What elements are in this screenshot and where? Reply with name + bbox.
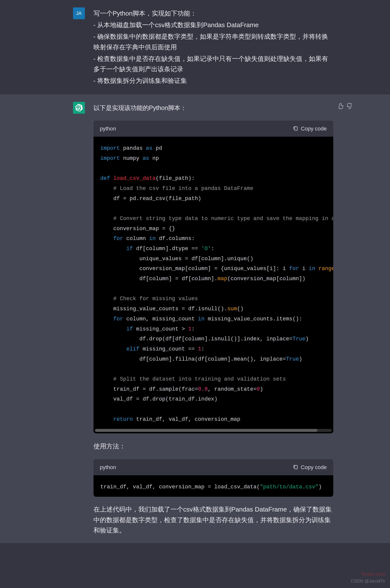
assistant-summary: 在上述代码中，我们加载了一个csv格式数据集到Pandas DataFrame，… [94,504,333,536]
watermark: Yuucn.com [361,570,385,578]
user-message-line: - 确保数据集中的数据都是数字类型，如果是字符串类型则转成数字类型，并将转换映射… [94,31,333,52]
user-message: JA 写一个Python脚本，实现如下功能：- 从本地磁盘加载一个csv格式数据… [0,0,390,94]
usage-heading: 使用方法： [94,441,333,452]
copy-code-button[interactable]: Copy code [293,463,327,472]
user-message-line: - 检查数据集中是否存在缺失值，如果记录中只有一个缺失值则处理缺失值，如果有多于… [94,53,333,75]
watermark-csdn: CSDN @JarodYv [351,577,385,585]
user-avatar-initials: JA [76,9,81,17]
code-content[interactable]: train_df, val_df, conversion_map = load_… [94,475,333,497]
scrollbar-thumb[interactable] [95,429,317,432]
copy-code-label: Copy code [301,463,327,472]
svg-rect-1 [295,465,297,469]
assistant-message: 以下是实现该功能的Python脚本： python Copy code impo… [0,94,390,543]
assistant-avatar [73,102,85,114]
copy-code-button[interactable]: Copy code [293,124,327,133]
user-message-text: 写一个Python脚本，实现如下功能：- 从本地磁盘加载一个csv格式数据集到P… [94,8,333,86]
thumbs-down-button[interactable] [346,102,353,112]
feedback-controls [337,102,353,112]
code-block-usage: python Copy code train_df, val_df, conve… [94,459,333,497]
code-lang-label: python [100,463,116,472]
user-message-line: - 将数据集拆分为训练集和验证集 [94,76,333,86]
clipboard-icon [293,126,298,131]
assistant-intro: 以下是实现该功能的Python脚本： [94,103,333,113]
copy-code-label: Copy code [301,124,327,133]
user-message-line: 写一个Python脚本，实现如下功能： [94,8,333,19]
user-message-line: - 从本地磁盘加载一个csv格式数据集到Pandas DataFrame [94,20,333,30]
svg-rect-0 [295,127,297,131]
clipboard-icon [293,464,298,470]
code-block-main: python Copy code import pandas as pd imp… [94,121,333,434]
horizontal-scrollbar[interactable] [95,429,332,432]
code-lang-label: python [100,124,116,133]
code-content[interactable]: import pandas as pd import numpy as np d… [94,137,333,429]
thumbs-up-button[interactable] [337,102,344,112]
user-avatar: JA [73,7,85,19]
